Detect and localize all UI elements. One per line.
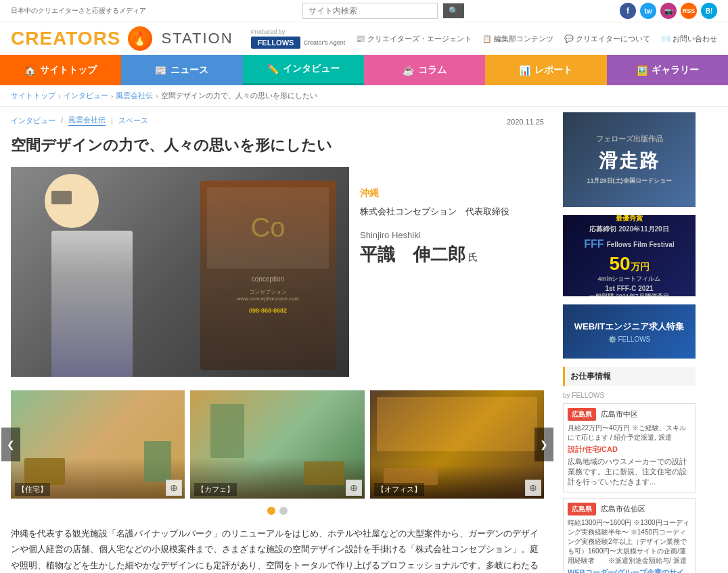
job-prefecture-0: 広島県: [568, 408, 596, 421]
twitter-icon[interactable]: tw: [640, 3, 656, 19]
gallery-section: ❮ 【住宅】 ⊕: [11, 390, 544, 499]
profile-company: 株式会社コンセプション 代表取締役: [360, 205, 544, 219]
news-icon: 📰: [155, 65, 166, 76]
breadcrumb-category[interactable]: 風雲会社伝: [116, 91, 153, 101]
ad-image-3: WEB/ITエンジニア求人特集 ⚙️ FELLOWS: [563, 304, 696, 359]
profile-name-suffix: 氏: [468, 252, 478, 264]
nav-icon-editorial: 📋: [482, 35, 492, 43]
logo-station: STATION: [162, 30, 233, 47]
job-prefecture-1: 広島県: [568, 503, 596, 515]
job-card-0[interactable]: 広島県 広島市中区 月給22万円〜40万円 ※ご経験、スキルにて応じます / 紹…: [563, 403, 696, 492]
header: CREATORS 🔥 STATION Produced by FELLOWS C…: [0, 22, 728, 55]
column-icon: ☕: [403, 65, 414, 76]
sidebar-ad-2[interactable]: 3rd FFF-S 2020 学生部門 最優秀賞 応募締切 2020年11月20…: [563, 215, 696, 296]
job-conditions-1: 時給1300円〜1600円 ※1300円コーディング実務経験半年〜 ※1450円…: [568, 518, 691, 566]
carousel-dots: [11, 507, 544, 515]
gallery-zoom-2[interactable]: ⊕: [525, 480, 541, 496]
dot-1[interactable]: [267, 507, 275, 515]
facebook-icon[interactable]: f: [620, 3, 636, 19]
breadcrumb-current: 空間デザインの力で、人々の思いを形にしたい: [161, 91, 317, 101]
article-date: 2020.11.25: [507, 118, 544, 126]
article-main-image: Co conception コンセプション www.conceptionzone…: [11, 167, 349, 377]
nav-interview[interactable]: ✏️ インタビュー: [243, 55, 364, 85]
dot-2[interactable]: [279, 507, 288, 515]
nav-about[interactable]: 💬 クリエイターについて: [564, 34, 650, 44]
hatena-icon[interactable]: B!: [701, 3, 717, 19]
sidebar-job-title: お仕事情報: [563, 367, 696, 386]
fellows-badge: FELLOWS: [251, 37, 301, 49]
gallery-item-0: 【住宅】 ⊕: [11, 390, 185, 499]
produced-by: Produced by FELLOWS Creator's Agent: [251, 28, 346, 49]
gallery-prev-button[interactable]: ❮: [1, 428, 20, 461]
nav-agent[interactable]: 📰 クリエイターズ・エージェント: [356, 34, 472, 44]
top-bar: 日本中のクリエイターさと応援するメディア 🔍 f tw 📷 RSS B!: [0, 0, 728, 22]
gallery-next-button[interactable]: ❯: [534, 428, 553, 461]
site-tagline: 日本中のクリエイターさと応援するメディア: [11, 6, 146, 16]
nav-contact[interactable]: ✉️ お問い合わせ: [661, 34, 717, 44]
instagram-icon[interactable]: 📷: [660, 3, 677, 19]
report-icon: 📊: [519, 65, 530, 76]
job-conditions-0: 月給22万円〜40万円 ※ご経験、スキルにて応じます / 紹介予定派遣, 派遣: [568, 423, 691, 442]
nav-gallery[interactable]: 🖼️ ギャラリー: [607, 55, 728, 85]
breadcrumb-interview[interactable]: インタビュー: [64, 91, 108, 101]
article-body-top: Co conception コンセプション www.conceptionzone…: [11, 167, 544, 377]
article-text: 沖縄を代表する観光施設「名護パイナップルパーク」のリニューアルをはじめ、ホテルや…: [11, 526, 544, 573]
tag-category[interactable]: 風雲会社伝: [68, 115, 106, 126]
tag-space[interactable]: スペース: [118, 116, 148, 126]
fellows-sub: Creator's Agent: [303, 39, 345, 46]
rss-icon[interactable]: RSS: [681, 3, 697, 19]
search-input[interactable]: [302, 3, 438, 19]
header-nav: 📰 クリエイターズ・エージェント 📋 編集部コンテンツ 💬 クリエイターについて…: [356, 34, 717, 44]
sidebar: フェローズ出版作品 滑走路 11月28日(土)全国ロードショー 3rd FFF-…: [555, 107, 704, 573]
logo-area: CREATORS 🔥 STATION Produced by FELLOWS C…: [11, 26, 345, 51]
profile-name-jp: 平識 伸二郎 氏: [360, 243, 544, 267]
ad-image-2: 3rd FFF-S 2020 学生部門 最優秀賞 応募締切 2020年11月20…: [563, 215, 696, 296]
gallery-image-cafe: [190, 390, 364, 499]
gallery-label-1: 【カフェ】: [194, 483, 237, 496]
gallery-row: 【住宅】 ⊕ 【カフェ】 ⊕: [11, 390, 544, 499]
search-area: 🔍: [302, 3, 464, 19]
main-navigation: 🏠 サイトトップ 📰 ニュース ✏️ インタビュー ☕ コラム 📊 レポート 🖼…: [0, 55, 728, 85]
fellows-logo: FELLOWS Creator's Agent: [251, 37, 346, 49]
gallery-image-office: [370, 390, 544, 499]
gallery-item-1: 【カフェ】 ⊕: [190, 390, 364, 499]
gallery-label-0: 【住宅】: [15, 483, 50, 496]
sidebar-byline: by FELLOWS: [563, 392, 696, 399]
nav-editorial[interactable]: 📋 編集部コンテンツ: [482, 34, 553, 44]
logo-icon: 🔥: [128, 26, 152, 51]
tag-interview[interactable]: インタビュー: [11, 116, 55, 126]
search-button[interactable]: 🔍: [443, 3, 464, 18]
social-icons: f tw 📷 RSS B!: [620, 3, 717, 19]
profile-location: 沖縄: [360, 187, 544, 200]
ad-image-1: フェローズ出版作品 滑走路 11月28日(土)全国ロードショー: [563, 112, 696, 207]
nav-column[interactable]: ☕ コラム: [364, 55, 485, 85]
gallery-label-2: 【オフィス】: [374, 483, 424, 496]
nav-icon-news: 📰: [356, 35, 365, 43]
breadcrumb-home[interactable]: サイトトップ: [11, 91, 55, 101]
main-content: インタビュー / 風雲会社伝 | スペース 2020.11.25 空間デザインの…: [0, 107, 555, 573]
gallery-image-living: [11, 390, 185, 499]
gallery-zoom-1[interactable]: ⊕: [346, 480, 362, 496]
article-tags: インタビュー / 風雲会社伝 | スペース: [11, 115, 148, 126]
job-title-0: 設計/住宅/CAD: [568, 444, 691, 455]
profile-section: 沖縄 株式会社コンセプション 代表取締役 Shinjiro Heshiki 平識…: [360, 167, 544, 377]
article-title: 空間デザインの力で、人々の思いを形にしたい: [11, 135, 544, 156]
nav-news[interactable]: 📰 ニュース: [121, 55, 242, 85]
gallery-zoom-0[interactable]: ⊕: [166, 480, 182, 496]
sidebar-ad-3[interactable]: WEB/ITエンジニア求人特集 ⚙️ FELLOWS: [563, 304, 696, 359]
nav-report[interactable]: 📊 レポート: [485, 55, 606, 85]
breadcrumb: サイトトップ › インタビュー › 風雲会社伝 › 空間デザインの力で、人々の思…: [0, 85, 728, 107]
interview-icon: ✏️: [267, 64, 279, 74]
job-detail-0: 広島地域のハウスメーカーでの設計業務です。主に新規、注文住宅の設計を行っていただ…: [568, 457, 691, 488]
logo-creators: CREATORS: [11, 28, 121, 49]
job-card-1[interactable]: 広島県 広島市佐伯区 時給1300円〜1600円 ※1300円コーディング実務経…: [563, 498, 696, 573]
nav-icon-contact: ✉️: [661, 35, 670, 43]
sidebar-ad-1[interactable]: フェローズ出版作品 滑走路 11月28日(土)全国ロードショー: [563, 112, 696, 207]
nav-icon-about: 💬: [564, 35, 574, 43]
gallery-icon: 🖼️: [636, 65, 647, 76]
job-title-1: WEBコーダー(グループ企業のサイト改修・運用): [568, 567, 691, 573]
home-icon: 🏠: [24, 65, 36, 76]
gallery-item-2: 【オフィス】 ⊕: [370, 390, 544, 499]
nav-home[interactable]: 🏠 サイトトップ: [0, 55, 121, 85]
content-wrapper: インタビュー / 風雲会社伝 | スペース 2020.11.25 空間デザインの…: [0, 107, 728, 573]
